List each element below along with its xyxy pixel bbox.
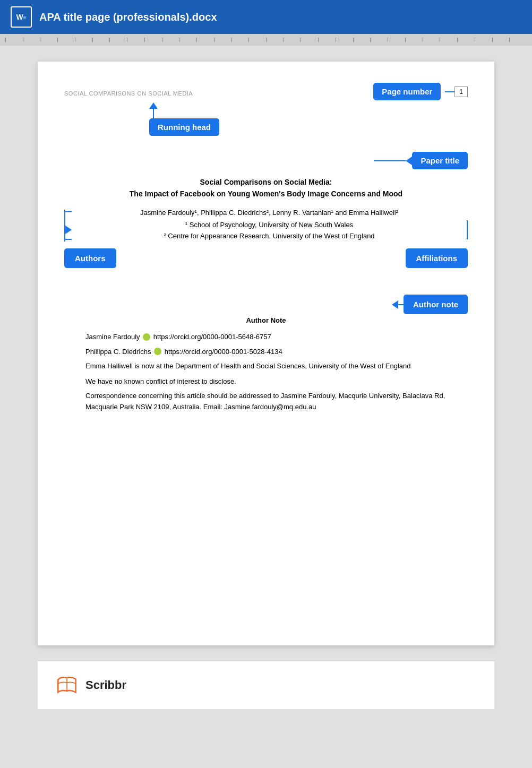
author-note-line-5: Correspondence concerning this article s… — [85, 391, 468, 413]
author-note-line-1: Jasmine Fardouly https://orcid.org/0000-… — [85, 332, 468, 342]
author-note-annotation: Author note — [64, 295, 468, 314]
title-bar: W≡ APA title page (professionals).docx — [0, 0, 532, 34]
author-note-hline — [398, 304, 404, 305]
authors-bracket-top — [65, 211, 72, 212]
affiliations-bracket-vline — [467, 220, 468, 239]
running-head-vline — [153, 109, 154, 118]
author-note-line-3: Emma Halliwell is now at the Department … — [85, 361, 468, 372]
page-number-arrow: 1 — [445, 87, 468, 97]
affiliation-2: ² Centre for Appearance Research, Univer… — [76, 232, 462, 240]
affiliation-1: ¹ School of Psychology, University of Ne… — [76, 221, 462, 229]
author-note-title: Author Note — [64, 316, 468, 324]
authors-bracket-bottom — [65, 239, 72, 240]
running-head-label: Running head — [149, 118, 219, 136]
scribbr-footer: Scribbr — [38, 661, 494, 709]
orcid-icon-1 — [143, 333, 150, 341]
document-title: APA title page (professionals).docx — [39, 11, 217, 23]
author-note-section: Author note Author Note Jasmine Fardouly… — [64, 295, 468, 413]
authors-section: Jasmine Fardouly¹, Phillippa C. Diedrich… — [64, 209, 468, 243]
paper-title-section: Paper title Social Comparisons on Social… — [64, 152, 468, 198]
affiliations-label: Affiliations — [406, 248, 468, 268]
page-number-label: Page number — [373, 83, 441, 100]
paper-title-label: Paper title — [412, 152, 468, 169]
page-number-value: 1 — [454, 87, 468, 97]
running-head-annotation: Running head — [149, 102, 468, 136]
author-note-line-4: We have no known conflict of interest to… — [85, 376, 468, 387]
paper-subtitle-text: The Impact of Facebook on Young Women's … — [64, 189, 468, 198]
authors-label: Authors — [64, 248, 116, 268]
author-note-line-2: Phillippa C. Diedrichs https://orcid.org… — [85, 347, 468, 357]
authors-arrow — [65, 226, 72, 234]
authors-names: Jasmine Fardouly¹, Phillippa C. Diedrich… — [76, 209, 462, 217]
page-number-area: Page number 1 — [373, 83, 468, 100]
scribbr-name: Scribbr — [85, 678, 126, 692]
author-note-label: Author note — [404, 295, 468, 314]
ruler-mark — [5, 38, 23, 42]
header-row: SOCIAL COMPARISONS ON SOCIAL MEDIA Page … — [64, 83, 468, 100]
paper-title-arrow — [406, 157, 412, 165]
scribbr-logo-icon — [54, 672, 80, 698]
orcid-icon-2 — [154, 348, 161, 355]
ruler-marks — [0, 38, 532, 42]
word-icon: W≡ — [11, 6, 32, 28]
paper-title-hline — [374, 160, 406, 161]
ruler — [0, 34, 532, 46]
paper-title-text: Social Comparisons on Social Media: — [64, 178, 468, 186]
running-head-arrow-up — [149, 102, 158, 109]
running-head-text: SOCIAL COMPARISONS ON SOCIAL MEDIA — [64, 90, 193, 97]
author-note-arrow — [392, 300, 398, 309]
authors-affiliations-labels: Authors Affiliations — [64, 248, 468, 268]
document-page: SOCIAL COMPARISONS ON SOCIAL MEDIA Page … — [38, 62, 494, 645]
page-number-line — [445, 91, 454, 92]
